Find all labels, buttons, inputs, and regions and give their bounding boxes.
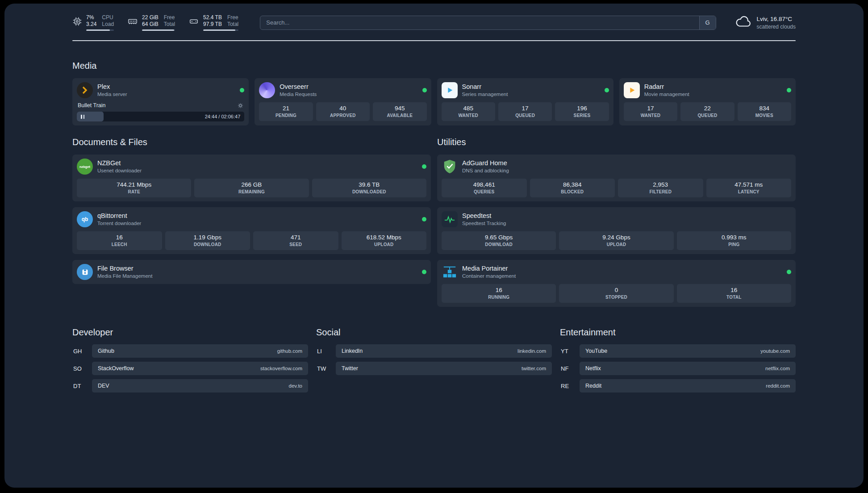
card-adguard[interactable]: AdGuard Home DNS and adblocking 498,461 … [437,155,796,201]
bookmark-group-social: Social LI LinkedIn linkedin.com TW Twitt… [316,327,552,393]
bookmark-reddit[interactable]: RE Reddit reddit.com [560,379,796,393]
disk-label2: Total [227,21,238,28]
stat-value: 16 [443,287,554,294]
stat-value: 196 [557,105,607,112]
nzbget-icon-text: nzbget [79,165,90,169]
cloud-icon [735,16,752,30]
stat-tile: 498,461 QUERIES [442,179,527,197]
ram-total: 64 GiB [142,21,159,28]
stat-tile: 1.19 Gbps DOWNLOAD [165,231,250,250]
bookmark-abbr: NF [560,365,575,372]
bookmarks-area: Developer GH Github github.com SO StackO… [72,327,796,393]
section-documents: Documents & Files nzbget NZBGet Usenet d… [72,137,431,307]
bookmark-url: stackoverflow.com [260,366,302,371]
card-sonarr[interactable]: Sonarr Series management 485 WANTED 17 Q… [437,78,613,125]
cpu-label2: Load [102,21,114,28]
bookmark-abbr: RE [560,383,575,389]
card-radarr[interactable]: Radarr Movie management 17 WANTED 22 QUE… [619,78,796,125]
top-bar: 7% 3.24 CPU Load [72,14,796,31]
stat-label: PING [679,242,789,247]
bookmark-group-developer: Developer GH Github github.com SO StackO… [72,327,308,393]
bookmark-dev[interactable]: DT DEV dev.to [72,379,308,393]
filebrowser-icon [77,264,93,280]
bookmark-url: linkedin.com [517,348,546,354]
card-plex[interactable]: Plex Media server Bullet Train 24:44 / 0… [72,78,249,125]
bookmark-linkedin[interactable]: LI LinkedIn linkedin.com [316,344,552,358]
bookmark-github[interactable]: GH Github github.com [72,344,308,358]
stat-tile: 0 STOPPED [559,284,673,303]
status-dot [605,88,609,92]
stat-label: AVAILABLE [375,113,425,118]
search-bar: G [260,16,716,30]
stat-tile: 196 SERIES [555,102,609,121]
stat-label: RUNNING [443,295,554,300]
stat-label: PENDING [261,113,311,118]
cpu-percent: 7% [86,14,96,21]
gear-icon[interactable] [238,103,243,109]
media-progress-bar[interactable]: 24:44 / 02:06:47 [77,112,244,121]
dashboard: 7% 3.24 CPU Load [4,4,864,488]
overseerr-icon [259,82,275,98]
stat-label: DOWNLOAD [443,242,554,247]
bookmark-abbr: GH [72,348,87,355]
card-filebrowser[interactable]: File Browser Media File Management [72,260,431,284]
status-dot [422,217,426,221]
disk-icon [188,17,199,26]
stat-tile: 485 WANTED [442,102,495,121]
service-subtitle: DNS and adblocking [462,168,509,174]
card-overseerr[interactable]: Overseerr Media Requests 21 PENDING 40 A… [255,78,431,125]
search-provider-label: G [705,19,710,26]
bookmark-name: DEV [98,383,109,389]
section-title-developer: Developer [72,327,308,338]
bookmark-name: LinkedIn [342,348,363,354]
stat-tile: 16 TOTAL [677,284,791,303]
stat-value: 40 [318,105,368,112]
service-title: File Browser [97,265,152,272]
search-input[interactable] [260,16,716,30]
stat-label: BLOCKED [532,189,613,194]
bookmark-url: dev.to [289,383,302,389]
disk-total: 97.9 TB [203,21,222,28]
ram-free: 22 GiB [142,14,159,21]
bookmark-youtube[interactable]: YT YouTube youtube.com [560,344,796,358]
bookmark-twitter[interactable]: TW Twitter twitter.com [316,362,552,375]
bookmark-abbr: YT [560,348,575,355]
nzbget-icon: nzbget [77,159,93,175]
stat-tile: 16 LEECH [77,231,162,250]
stat-value: 485 [443,105,493,112]
ram-progress-bar [142,29,175,31]
bookmark-stackoverflow[interactable]: SO StackOverflow stackoverflow.com [72,362,308,375]
service-subtitle: Speedtest Tracking [462,221,506,226]
stat-tile: 17 WANTED [624,102,677,121]
stat-value: 2,953 [620,181,701,188]
search-provider-button[interactable]: G [699,16,716,29]
card-speedtest[interactable]: Speedtest Speedtest Tracking 9.65 Gbps D… [437,207,796,254]
bookmark-abbr: DT [72,383,87,389]
stat-label: UPLOAD [343,242,425,247]
pause-icon[interactable] [81,115,84,119]
card-qbittorrent[interactable]: qb qBittorrent Torrent downloader 16 LEE… [72,207,431,254]
radarr-stats: 17 WANTED 22 QUEUED 834 MOVIES [624,102,791,121]
sonarr-stats: 485 WANTED 17 QUEUED 196 SERIES [442,102,609,121]
disk-progress-bar [203,29,238,31]
stat-value: 9.24 Gbps [561,234,672,241]
stat-label: WANTED [443,113,493,118]
service-title: AdGuard Home [462,159,509,167]
card-nzbget[interactable]: nzbget NZBGet Usenet downloader 744.21 M… [72,155,431,201]
bookmark-netflix[interactable]: NF Netflix netflix.com [560,362,796,375]
sonarr-icon [442,82,458,98]
section-title-social: Social [316,327,552,338]
qbittorrent-icon: qb [77,211,93,227]
stat-label: QUERIES [443,189,525,194]
section-title-documents: Documents & Files [72,137,431,147]
stat-label: LATENCY [708,189,790,194]
stat-value: 498,461 [443,181,525,188]
section-title-media: Media [72,61,796,71]
stat-tile: 86,384 BLOCKED [530,179,615,197]
bookmark-url: twitter.com [522,366,546,371]
stat-value: 17 [500,105,550,112]
stat-label: FILTERED [620,189,701,194]
card-portainer[interactable]: Media Portainer Container management 16 … [437,260,796,307]
screen: 7% 3.24 CPU Load [0,0,868,493]
status-dot [787,270,791,274]
